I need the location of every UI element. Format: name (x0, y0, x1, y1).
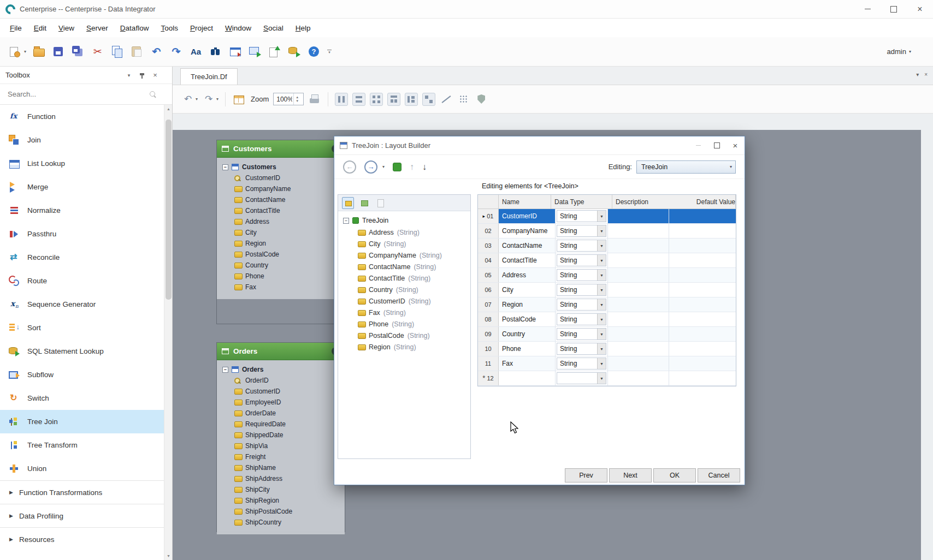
data-type-dropdown-icon[interactable]: ▼ (597, 255, 606, 266)
row-header[interactable]: 04 (478, 253, 499, 267)
collapse-box-icon[interactable]: − (222, 164, 228, 170)
grid-row[interactable]: 08 PostalCode String ▼ (478, 312, 736, 327)
add-root-node-button[interactable] (393, 163, 401, 171)
description-cell[interactable] (608, 209, 669, 223)
grid-row[interactable]: ▸ 01 CustomerID String ▼ (478, 209, 736, 224)
data-type-cell[interactable]: String ▼ (556, 209, 608, 223)
column-header[interactable]: Name (499, 195, 551, 208)
data-type-dropdown-icon[interactable]: ▼ (597, 314, 606, 325)
name-cell[interactable]: ContactTitle (499, 253, 556, 267)
redo-button[interactable] (202, 93, 215, 106)
toolbox-section[interactable]: ▶ Data Profiling (0, 504, 164, 527)
field-row[interactable]: EmployeeID (217, 397, 345, 408)
tree-node-row[interactable]: City (String) (338, 238, 470, 249)
default-value-cell[interactable] (669, 253, 736, 267)
data-type-dropdown-icon[interactable]: ▼ (597, 373, 606, 384)
field-row[interactable]: ContactName (217, 194, 345, 205)
next-button[interactable]: Next (609, 468, 652, 482)
menu-item[interactable]: Social (258, 21, 289, 35)
default-value-cell[interactable] (669, 297, 736, 312)
tree-node-row[interactable]: PostalCode (String) (338, 330, 470, 341)
close-document-icon[interactable]: × (924, 72, 928, 78)
merge-item[interactable]: Merge (0, 175, 164, 199)
prev-button[interactable]: Prev (565, 468, 607, 482)
editing-combobox[interactable]: TreeJoin ▾ (636, 160, 736, 174)
dialog-title-bar[interactable]: TreeJoin : Layout Builder × (334, 136, 745, 155)
move-down-button[interactable]: ↓ (422, 162, 427, 172)
default-value-cell[interactable] (669, 371, 736, 385)
preview-button[interactable] (228, 44, 243, 59)
grid-row[interactable]: 10 Phone String ▼ (478, 342, 736, 356)
column-header[interactable]: Description (612, 195, 693, 208)
data-type-cell[interactable]: String ▼ (556, 283, 608, 297)
default-value-cell[interactable] (669, 327, 736, 341)
field-row[interactable]: ShipAddress (217, 473, 345, 484)
menu-item[interactable]: View (53, 21, 80, 35)
default-value-cell[interactable] (669, 312, 736, 326)
toolbox-close-icon[interactable]: × (151, 72, 159, 79)
sort-item[interactable]: Sort (0, 316, 164, 339)
row-header[interactable]: 11 (478, 356, 499, 371)
default-value-cell[interactable] (669, 356, 736, 371)
scroll-down-icon[interactable]: ▼ (164, 552, 173, 560)
grid-row[interactable]: 07 Region String ▼ (478, 297, 736, 312)
field-row[interactable]: CustomerID (217, 172, 345, 183)
grid-row[interactable]: * 12 ▼ (478, 371, 736, 386)
field-row[interactable]: OrderID (217, 375, 345, 386)
row-header[interactable]: ▸ 01 (478, 209, 499, 223)
data-type-cell[interactable]: String ▼ (556, 253, 608, 267)
save-button[interactable] (51, 44, 66, 59)
auto-layout-grid-icon[interactable] (370, 93, 383, 106)
collapse-box-icon[interactable]: − (343, 218, 349, 224)
description-cell[interactable] (608, 239, 669, 253)
maximize-button[interactable] (881, 0, 907, 18)
row-header[interactable]: 03 (478, 239, 499, 253)
name-cell[interactable]: Country (499, 327, 556, 341)
description-cell[interactable] (608, 297, 669, 312)
tree-join-item[interactable]: Tree Join (0, 410, 164, 433)
description-cell[interactable] (608, 224, 669, 238)
dialog-minimize-button[interactable] (689, 136, 707, 154)
protect-icon[interactable] (475, 93, 488, 106)
data-type-dropdown-icon[interactable]: ▼ (597, 284, 606, 295)
data-type-dropdown-icon[interactable]: ▼ (597, 240, 606, 251)
close-button[interactable]: × (907, 0, 933, 18)
toolbox-menu-icon[interactable]: ▾ (125, 72, 133, 79)
function-item[interactable]: Function (0, 105, 164, 128)
description-cell[interactable] (608, 342, 669, 356)
zoom-value-input[interactable] (274, 95, 293, 104)
field-row[interactable]: ShipName (217, 462, 345, 473)
union-item[interactable]: Union (0, 457, 164, 480)
cut-button[interactable] (90, 44, 105, 59)
field-row[interactable]: ShipPostalCode (217, 506, 345, 517)
default-value-cell[interactable] (669, 342, 736, 356)
data-type-dropdown-icon[interactable]: ▼ (597, 270, 606, 281)
field-row[interactable]: Freight (217, 451, 345, 462)
name-cell[interactable]: City (499, 283, 556, 297)
row-header[interactable]: 05 (478, 268, 499, 282)
grid-row[interactable]: 05 Address String ▼ (478, 268, 736, 283)
column-header[interactable]: Data Type (551, 195, 612, 208)
menu-item[interactable]: Project (185, 21, 219, 35)
name-cell[interactable]: CustomerID (499, 209, 556, 223)
toolbox-section[interactable]: ▶ Function Transformations (0, 480, 164, 504)
description-cell[interactable] (608, 283, 669, 297)
tree-node-row[interactable]: Address (String) (338, 227, 470, 238)
node-root-row[interactable]: − Orders (217, 364, 345, 375)
field-row[interactable]: ContactTitle (217, 205, 345, 216)
reconcile-item[interactable]: Reconcile (0, 246, 164, 269)
tree-node-row[interactable]: Country (String) (338, 284, 470, 295)
description-cell[interactable] (608, 371, 669, 385)
tree-node-row[interactable]: Fax (String) (338, 307, 470, 318)
default-value-cell[interactable] (669, 224, 736, 238)
scroll-up-icon[interactable]: ▲ (164, 105, 173, 113)
move-up-button[interactable]: ↑ (410, 162, 414, 172)
description-cell[interactable] (608, 312, 669, 326)
menu-item[interactable]: Window (220, 21, 257, 35)
cancel-button[interactable]: Cancel (698, 468, 740, 482)
field-row[interactable]: City (217, 227, 345, 238)
normalize-item[interactable]: Normalize (0, 199, 164, 222)
open-button[interactable] (31, 44, 46, 59)
tree-node-row[interactable]: Region (String) (338, 341, 470, 353)
row-header[interactable]: 07 (478, 297, 499, 312)
